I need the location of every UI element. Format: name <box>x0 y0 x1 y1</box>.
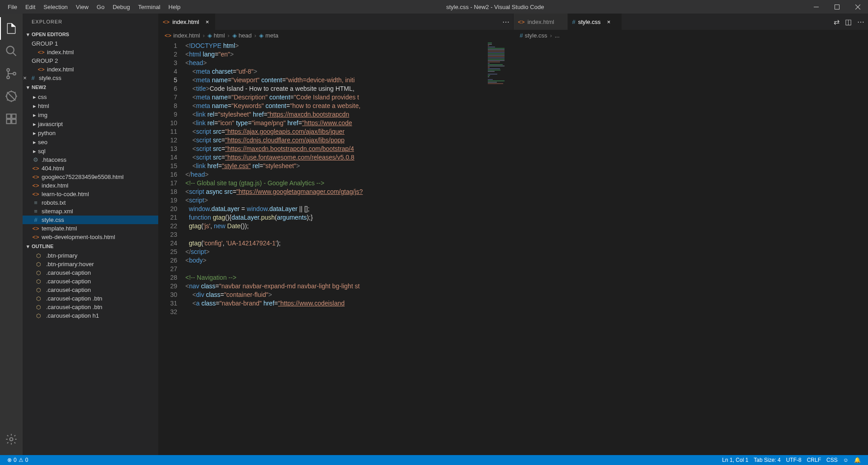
outline-item[interactable]: ⬡.carousel-caption <box>23 268 158 277</box>
status-errors[interactable]: ⊗0 ⚠0 <box>5 457 31 463</box>
outline-section[interactable]: ▾ OUTLINE <box>23 241 158 251</box>
status-bell-icon[interactable]: 🔔 <box>851 457 863 463</box>
minimap[interactable] <box>486 41 513 455</box>
file-item[interactable]: ≡sitemap.xml <box>23 207 158 216</box>
settings-gear-icon[interactable] <box>0 428 23 451</box>
error-icon: ⊗ <box>7 457 12 463</box>
tab-index-html[interactable]: <> index.html <box>514 14 568 30</box>
folder-label: javascript <box>38 121 63 127</box>
svg-rect-0 <box>814 7 819 7</box>
status-position[interactable]: Ln 1, Col 1 <box>719 457 751 463</box>
folder-item[interactable]: ▸html <box>23 101 158 110</box>
breadcrumb-item[interactable]: ... <box>555 32 560 39</box>
file-label: web-development-tools.html <box>42 234 115 240</box>
file-item[interactable]: <>404.html <box>23 164 158 173</box>
outline-item[interactable]: ⬡.carousel-caption h1 <box>23 311 158 320</box>
close-icon[interactable]: × <box>23 75 29 81</box>
status-encoding[interactable]: UTF-8 <box>783 457 804 463</box>
workspace-section[interactable]: ▾ NEW2 <box>23 82 158 92</box>
outline-item[interactable]: ⬡.btn-primary:hover <box>23 260 158 268</box>
folder-item[interactable]: ▸sql <box>23 146 158 155</box>
status-eol[interactable]: CRLF <box>804 457 824 463</box>
workspace-label: NEW2 <box>32 85 46 90</box>
code-content[interactable]: <!DOCTYPE html><html lang="en"><head> <m… <box>185 41 486 455</box>
explorer-activity-icon[interactable] <box>0 17 23 40</box>
tab-bar: <> index.html × ⋯ <box>158 14 513 30</box>
menu-file[interactable]: File <box>4 2 21 12</box>
symbol-icon: ⬡ <box>36 313 45 319</box>
menu-view[interactable]: View <box>72 2 93 12</box>
tab-index-html[interactable]: <> index.html × <box>158 14 216 30</box>
breadcrumb-item[interactable]: meta <box>265 32 278 39</box>
folder-item[interactable]: ▸css <box>23 92 158 101</box>
maximize-button[interactable] <box>826 0 847 14</box>
breadcrumb-item[interactable]: style.css <box>525 32 547 39</box>
outline-item[interactable]: ⬡.btn-primary <box>23 251 158 260</box>
file-item[interactable]: <>index.html <box>23 181 158 190</box>
outline-item[interactable]: ⬡.carousel-caption <box>23 286 158 294</box>
code-content[interactable] <box>541 41 841 455</box>
open-editor-file[interactable]: <> index.html <box>23 65 158 74</box>
outline-label: .btn-primary:hover <box>46 261 94 268</box>
code-editor-right[interactable] <box>514 41 868 455</box>
folder-item[interactable]: ▸seo <box>23 137 158 146</box>
file-item[interactable]: #style.css <box>23 216 158 224</box>
status-feedback-icon[interactable]: ☺ <box>840 457 851 463</box>
file-item[interactable]: ≡robots.txt <box>23 198 158 207</box>
line-numbers: 1234567891011121314151617181920212223242… <box>158 41 185 455</box>
folder-item[interactable]: ▸python <box>23 128 158 137</box>
debug-activity-icon[interactable] <box>0 85 23 108</box>
open-editors-section[interactable]: ▾ OPEN EDITORS <box>23 29 158 39</box>
menu-edit[interactable]: Edit <box>21 2 39 12</box>
outline-item[interactable]: ⬡.carousel-caption .btn <box>23 294 158 303</box>
folder-label: sql <box>38 148 46 155</box>
svg-rect-8 <box>7 114 11 118</box>
menu-go[interactable]: Go <box>93 2 108 12</box>
breadcrumb-item[interactable]: index.html <box>173 32 200 39</box>
tab-style-css[interactable]: # style.css × <box>568 14 622 30</box>
source-control-activity-icon[interactable] <box>0 62 23 85</box>
compare-toggle-icon[interactable]: ⇄ <box>834 18 840 26</box>
menu-debug[interactable]: Debug <box>108 2 134 12</box>
menu-terminal[interactable]: Terminal <box>134 2 164 12</box>
close-tab-icon[interactable]: × <box>605 18 613 25</box>
more-actions-icon[interactable]: ⋯ <box>857 18 864 26</box>
folder-item[interactable]: ▸img <box>23 110 158 119</box>
menu-help[interactable]: Help <box>165 2 185 12</box>
status-language[interactable]: CSS <box>824 457 840 463</box>
chevron-down-icon: ▾ <box>24 31 32 38</box>
menu-selection[interactable]: Selection <box>39 2 71 12</box>
extensions-activity-icon[interactable] <box>0 108 23 130</box>
status-tabsize[interactable]: Tab Size: 4 <box>751 457 783 463</box>
breadcrumb[interactable]: <> index.html › ◈ html › ◈ head › ◈ meta <box>158 30 513 41</box>
file-item[interactable]: ⚙.htaccess <box>23 155 158 164</box>
outline-item[interactable]: ⬡.carousel-caption .btn <box>23 303 158 311</box>
minimap[interactable] <box>841 41 868 455</box>
outline-item[interactable]: ⬡.carousel-caption <box>23 277 158 286</box>
minimize-button[interactable] <box>806 0 826 14</box>
breadcrumb-item[interactable]: html <box>214 32 225 39</box>
file-label: index.html <box>47 66 74 73</box>
open-editor-file[interactable]: <> index.html <box>23 48 158 56</box>
close-window-button[interactable] <box>847 0 868 14</box>
folder-item[interactable]: ▸javascript <box>23 119 158 128</box>
open-editor-file[interactable]: × # style.css <box>23 74 158 82</box>
folder-label: css <box>38 94 47 100</box>
chevron-down-icon: ▾ <box>24 84 32 91</box>
group-2-label: GROUP 2 <box>23 56 158 65</box>
breadcrumb-item[interactable]: head <box>239 32 252 39</box>
file-item[interactable]: <>learn-to-code.html <box>23 190 158 198</box>
split-editor-icon[interactable]: ◫ <box>845 18 852 26</box>
outline-label: .carousel-caption .btn <box>46 295 102 302</box>
breadcrumb[interactable]: # style.css › ... <box>514 30 868 41</box>
file-item[interactable]: <>web-development-tools.html <box>23 233 158 241</box>
file-item[interactable]: <>template.html <box>23 224 158 233</box>
close-tab-icon[interactable]: × <box>203 18 211 25</box>
explorer-sidebar: EXPLORER ▾ OPEN EDITORS GROUP 1 <> index… <box>23 14 158 455</box>
search-activity-icon[interactable] <box>0 40 23 62</box>
file-icon: <> <box>165 32 171 39</box>
file-item[interactable]: <>googlecc752283459e5508.html <box>23 173 158 181</box>
code-editor-left[interactable]: 1234567891011121314151617181920212223242… <box>158 41 513 455</box>
more-actions-icon[interactable]: ⋯ <box>502 18 509 26</box>
chevron-down-icon: ▾ <box>24 243 32 250</box>
